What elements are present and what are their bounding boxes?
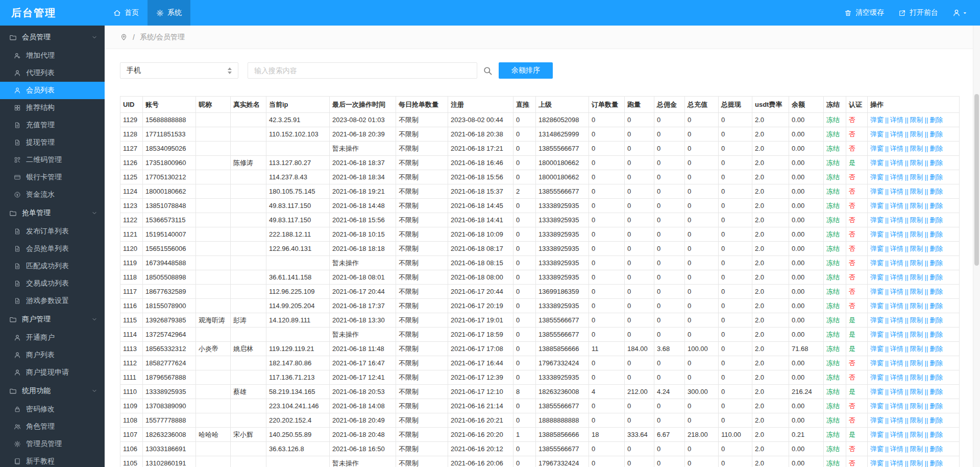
op-limit-link[interactable]: 限制	[910, 388, 923, 395]
sidebar-section-title[interactable]: 会员管理	[0, 28, 105, 47]
op-limit-link[interactable]: 限制	[910, 188, 923, 195]
freeze-link[interactable]: 冻结	[826, 202, 840, 209]
op-limit-link[interactable]: 限制	[910, 202, 923, 209]
op-delete-link[interactable]: 删除	[929, 173, 943, 181]
op-limit-link[interactable]: 限制	[910, 259, 923, 267]
freeze-link[interactable]: 冻结	[826, 345, 840, 353]
op-limit-link[interactable]: 限制	[910, 159, 923, 167]
sidebar-item[interactable]: 会员列表	[0, 82, 105, 99]
op-detail-link[interactable]: 详情	[890, 373, 903, 381]
op-popup-link[interactable]: 弹窗	[870, 373, 884, 381]
freeze-link[interactable]: 冻结	[826, 445, 840, 453]
sidebar-item[interactable]: 充值管理	[0, 116, 105, 134]
tab-home[interactable]: 首页	[105, 0, 148, 26]
op-detail-link[interactable]: 详情	[890, 216, 903, 224]
vertical-scrollbar[interactable]	[973, 26, 980, 467]
op-limit-link[interactable]: 限制	[910, 445, 923, 453]
op-delete-link[interactable]: 删除	[929, 316, 943, 324]
op-popup-link[interactable]: 弹窗	[870, 245, 884, 252]
freeze-link[interactable]: 冻结	[826, 402, 840, 410]
tab-system[interactable]: 系统	[148, 0, 190, 26]
op-popup-link[interactable]: 弹窗	[870, 259, 884, 267]
op-limit-link[interactable]: 限制	[910, 273, 923, 281]
op-delete-link[interactable]: 删除	[929, 402, 943, 410]
freeze-link[interactable]: 冻结	[826, 331, 840, 338]
freeze-link[interactable]: 冻结	[826, 431, 840, 438]
op-delete-link[interactable]: 删除	[929, 202, 943, 209]
op-detail-link[interactable]: 详情	[890, 316, 903, 324]
sidebar-item[interactable]: 角色管理	[0, 418, 105, 435]
op-popup-link[interactable]: 弹窗	[870, 402, 884, 410]
freeze-link[interactable]: 冻结	[826, 245, 840, 252]
op-delete-link[interactable]: 删除	[929, 331, 943, 338]
op-detail-link[interactable]: 详情	[890, 188, 903, 195]
op-detail-link[interactable]: 详情	[890, 145, 903, 152]
op-delete-link[interactable]: 删除	[929, 459, 943, 467]
op-limit-link[interactable]: 限制	[910, 288, 923, 295]
op-delete-link[interactable]: 删除	[929, 230, 943, 238]
op-delete-link[interactable]: 删除	[929, 273, 943, 281]
op-limit-link[interactable]: 限制	[910, 130, 923, 138]
op-delete-link[interactable]: 删除	[929, 159, 943, 167]
op-detail-link[interactable]: 详情	[890, 388, 903, 395]
op-popup-link[interactable]: 弹窗	[870, 145, 884, 152]
op-delete-link[interactable]: 删除	[929, 345, 943, 353]
sidebar-section-title[interactable]: 抢单管理	[0, 203, 105, 223]
op-popup-link[interactable]: 弹窗	[870, 188, 884, 195]
op-popup-link[interactable]: 弹窗	[870, 431, 884, 438]
sidebar-section-title[interactable]: 商户管理	[0, 310, 105, 329]
sidebar-item[interactable]: 代理列表	[0, 64, 105, 82]
op-limit-link[interactable]: 限制	[910, 173, 923, 181]
freeze-link[interactable]: 冻结	[826, 316, 840, 324]
sidebar-section-title[interactable]: 统用功能	[0, 381, 105, 401]
op-limit-link[interactable]: 限制	[910, 345, 923, 353]
freeze-link[interactable]: 冻结	[826, 159, 840, 167]
op-detail-link[interactable]: 详情	[890, 230, 903, 238]
freeze-link[interactable]: 冻结	[826, 416, 840, 424]
op-popup-link[interactable]: 弹窗	[870, 302, 884, 310]
freeze-link[interactable]: 冻结	[826, 459, 840, 467]
sidebar-item[interactable]: 提现管理	[0, 134, 105, 151]
op-detail-link[interactable]: 详情	[890, 130, 903, 138]
freeze-link[interactable]: 冻结	[826, 173, 840, 181]
op-delete-link[interactable]: 删除	[929, 416, 943, 424]
sidebar-item[interactable]: 开通商户	[0, 329, 105, 346]
op-detail-link[interactable]: 详情	[890, 116, 903, 124]
op-popup-link[interactable]: 弹窗	[870, 288, 884, 295]
op-delete-link[interactable]: 删除	[929, 445, 943, 453]
op-popup-link[interactable]: 弹窗	[870, 173, 884, 181]
op-popup-link[interactable]: 弹窗	[870, 416, 884, 424]
filter-select[interactable]: 手机	[120, 62, 238, 79]
sidebar-item[interactable]: 商户列表	[0, 346, 105, 364]
op-detail-link[interactable]: 详情	[890, 402, 903, 410]
freeze-link[interactable]: 冻结	[826, 145, 840, 152]
op-detail-link[interactable]: 详情	[890, 159, 903, 167]
op-delete-link[interactable]: 删除	[929, 216, 943, 224]
op-delete-link[interactable]: 删除	[929, 288, 943, 295]
sidebar-item[interactable]: 新手教程	[0, 453, 105, 467]
op-popup-link[interactable]: 弹窗	[870, 388, 884, 395]
op-popup-link[interactable]: 弹窗	[870, 459, 884, 467]
sidebar-item[interactable]: 资金流水	[0, 186, 105, 203]
op-detail-link[interactable]: 详情	[890, 273, 903, 281]
op-detail-link[interactable]: 详情	[890, 431, 903, 438]
freeze-link[interactable]: 冻结	[826, 230, 840, 238]
op-limit-link[interactable]: 限制	[910, 402, 923, 410]
op-limit-link[interactable]: 限制	[910, 373, 923, 381]
op-limit-link[interactable]: 限制	[910, 116, 923, 124]
op-limit-link[interactable]: 限制	[910, 359, 923, 367]
freeze-link[interactable]: 冻结	[826, 288, 840, 295]
op-detail-link[interactable]: 详情	[890, 445, 903, 453]
op-delete-link[interactable]: 删除	[929, 431, 943, 438]
op-limit-link[interactable]: 限制	[910, 316, 923, 324]
op-delete-link[interactable]: 删除	[929, 259, 943, 267]
freeze-link[interactable]: 冻结	[826, 216, 840, 224]
sidebar-item[interactable]: 管理员管理	[0, 435, 105, 453]
sidebar-item[interactable]: 交易成功列表	[0, 275, 105, 292]
op-limit-link[interactable]: 限制	[910, 331, 923, 338]
op-delete-link[interactable]: 删除	[929, 130, 943, 138]
balance-sort-button[interactable]: 余额排序	[499, 62, 553, 79]
op-detail-link[interactable]: 详情	[890, 288, 903, 295]
op-popup-link[interactable]: 弹窗	[870, 130, 884, 138]
op-limit-link[interactable]: 限制	[910, 302, 923, 310]
